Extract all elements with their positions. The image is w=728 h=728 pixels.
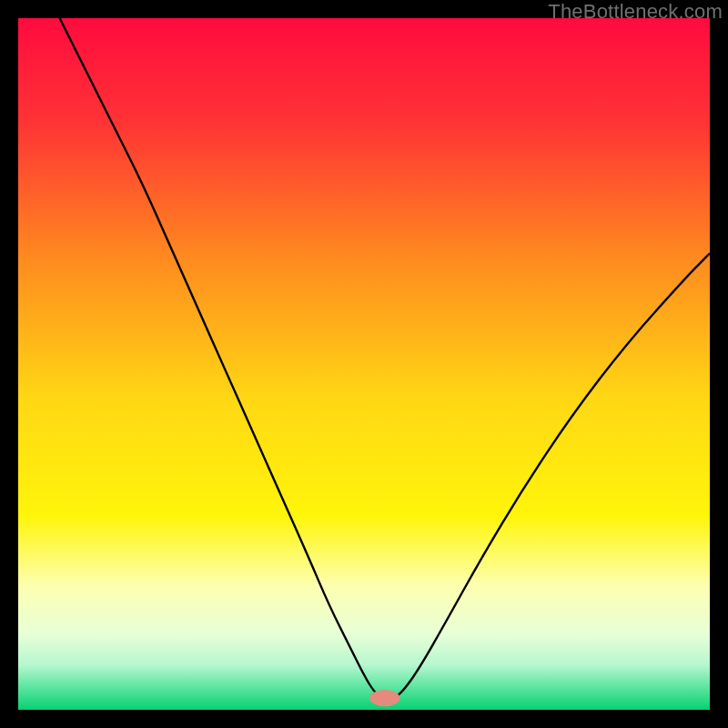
optimal-point-marker: [369, 690, 399, 706]
chart-background: [18, 18, 710, 710]
chart-frame: TheBottleneck.com: [0, 0, 728, 728]
bottleneck-chart: [18, 18, 710, 710]
